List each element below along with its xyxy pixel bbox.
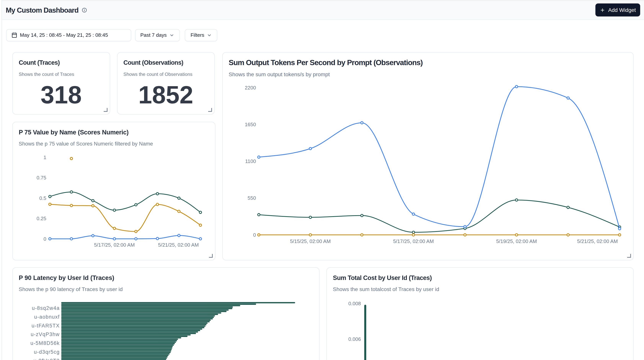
svg-text:5/19/25, 02:00 AM: 5/19/25, 02:00 AM: [496, 238, 537, 244]
svg-text:5/21/25, 02:00 AM: 5/21/25, 02:00 AM: [158, 242, 199, 248]
svg-text:u-8fVa9T3: u-8fVa9T3: [33, 358, 60, 360]
svg-text:u-aobnuxf: u-aobnuxf: [34, 314, 60, 319]
svg-text:1650: 1650: [245, 122, 256, 127]
svg-text:u-tFAR5TX: u-tFAR5TX: [32, 323, 60, 328]
svg-text:0: 0: [253, 232, 256, 238]
svg-text:0.75: 0.75: [36, 175, 46, 180]
svg-text:1: 1: [44, 154, 46, 160]
svg-text:u-d3qr5cg: u-d3qr5cg: [34, 349, 60, 355]
svg-text:5/21/25, 02:00 AM: 5/21/25, 02:00 AM: [577, 238, 618, 244]
svg-text:0.008: 0.008: [348, 300, 361, 306]
svg-text:0.25: 0.25: [36, 215, 46, 221]
svg-text:u-zVqP3hw: u-zVqP3hw: [31, 331, 60, 337]
svg-text:u-8sq2w4a: u-8sq2w4a: [32, 305, 60, 311]
svg-text:5/15/25, 02:00 AM: 5/15/25, 02:00 AM: [290, 238, 330, 244]
svg-text:550: 550: [248, 195, 256, 201]
svg-text:1100: 1100: [245, 158, 256, 164]
svg-text:u-5M8D56k: u-5M8D56k: [30, 340, 60, 346]
svg-text:0.5: 0.5: [40, 195, 46, 201]
svg-text:2200: 2200: [245, 85, 256, 91]
svg-text:0.006: 0.006: [348, 336, 361, 342]
svg-text:5/17/25, 02:00 AM: 5/17/25, 02:00 AM: [393, 238, 434, 244]
svg-text:5/17/25, 02:00 AM: 5/17/25, 02:00 AM: [94, 242, 135, 248]
svg-text:0: 0: [44, 236, 46, 242]
